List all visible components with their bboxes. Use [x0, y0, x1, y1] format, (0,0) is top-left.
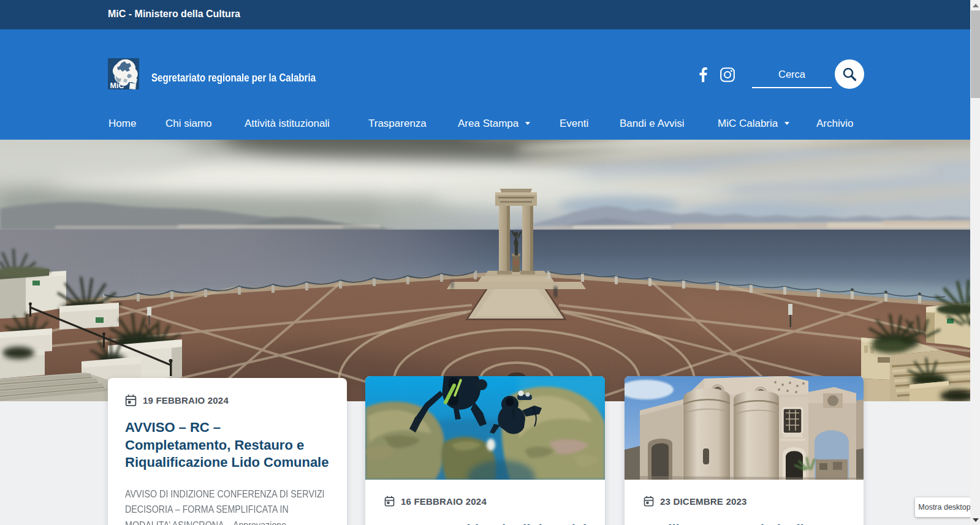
svg-text:MiC: MiC	[110, 81, 124, 90]
